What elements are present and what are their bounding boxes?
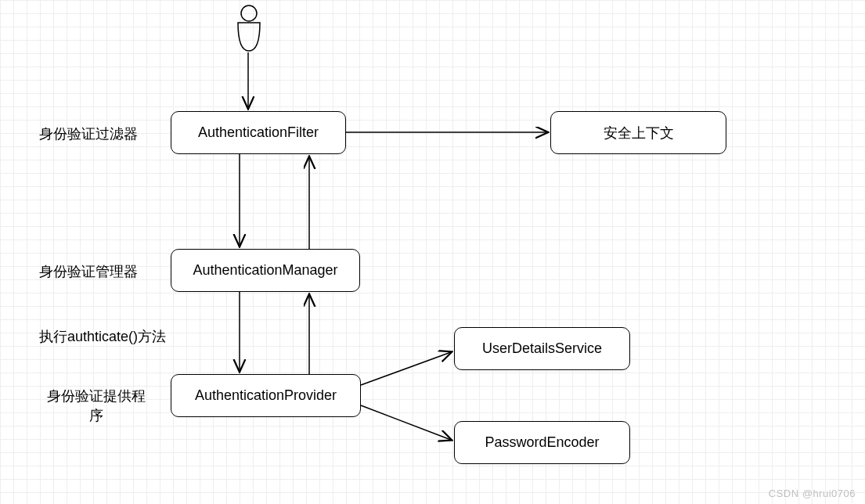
method-label: 执行authticate()方法: [39, 327, 166, 347]
provider-label-line1: 身份验证提供程: [47, 388, 146, 404]
user-actor-icon: [235, 4, 263, 52]
auth-filter-node: AuthenticationFilter: [171, 111, 346, 154]
user-details-service-text: UserDetailsService: [482, 340, 602, 357]
provider-label: 身份验证提供程 序: [27, 387, 164, 426]
security-context-text: 安全上下文: [604, 124, 674, 142]
watermark: CSDN @hrui0706: [769, 488, 856, 499]
auth-provider-node: AuthenticationProvider: [171, 374, 361, 417]
security-context-node: 安全上下文: [550, 111, 726, 154]
manager-label: 身份验证管理器: [39, 262, 138, 282]
svg-line-7: [361, 352, 451, 385]
provider-label-line2: 序: [89, 408, 103, 423]
svg-line-8: [361, 405, 451, 440]
svg-point-0: [241, 5, 257, 21]
filter-label: 身份验证过滤器: [39, 124, 138, 144]
password-encoder-text: PasswordEncoder: [485, 434, 599, 451]
auth-filter-text: AuthenticationFilter: [198, 124, 319, 141]
auth-manager-text: AuthenticationManager: [193, 262, 337, 279]
auth-provider-text: AuthenticationProvider: [195, 387, 337, 404]
password-encoder-node: PasswordEncoder: [454, 421, 630, 464]
diagram-arrows: [0, 0, 865, 504]
user-details-service-node: UserDetailsService: [454, 327, 630, 370]
auth-manager-node: AuthenticationManager: [171, 249, 360, 292]
